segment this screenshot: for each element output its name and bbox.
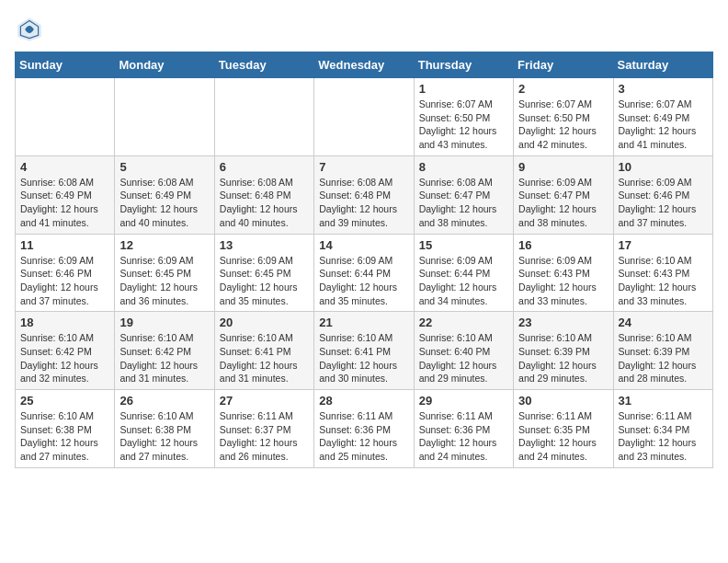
day-info: Sunrise: 6:10 AM Sunset: 6:39 PM Dayligh… bbox=[518, 331, 608, 385]
day-info: Sunrise: 6:07 AM Sunset: 6:50 PM Dayligh… bbox=[518, 98, 608, 152]
day-info: Sunrise: 6:07 AM Sunset: 6:50 PM Dayligh… bbox=[419, 98, 508, 152]
calendar-cell: 17Sunrise: 6:10 AM Sunset: 6:43 PM Dayli… bbox=[613, 234, 712, 312]
day-info: Sunrise: 6:11 AM Sunset: 6:36 PM Dayligh… bbox=[419, 409, 508, 464]
calendar-cell bbox=[314, 78, 414, 156]
day-number: 5 bbox=[119, 160, 209, 174]
day-info: Sunrise: 6:08 AM Sunset: 6:49 PM Dayligh… bbox=[20, 176, 109, 230]
day-number: 3 bbox=[619, 82, 708, 96]
day-info: Sunrise: 6:11 AM Sunset: 6:37 PM Dayligh… bbox=[220, 409, 309, 464]
calendar-cell: 12Sunrise: 6:09 AM Sunset: 6:45 PM Dayli… bbox=[115, 234, 214, 312]
calendar-cell: 21Sunrise: 6:10 AM Sunset: 6:41 PM Dayli… bbox=[314, 312, 414, 390]
day-info: Sunrise: 6:10 AM Sunset: 6:41 PM Dayligh… bbox=[319, 331, 408, 385]
calendar-cell: 19Sunrise: 6:10 AM Sunset: 6:42 PM Dayli… bbox=[115, 312, 214, 390]
day-info: Sunrise: 6:10 AM Sunset: 6:41 PM Dayligh… bbox=[220, 331, 309, 385]
day-number: 28 bbox=[319, 394, 408, 408]
day-number: 6 bbox=[220, 160, 309, 174]
calendar-week-row: 18Sunrise: 6:10 AM Sunset: 6:42 PM Dayli… bbox=[16, 312, 713, 390]
day-info: Sunrise: 6:09 AM Sunset: 6:45 PM Dayligh… bbox=[220, 254, 309, 308]
calendar-cell: 18Sunrise: 6:10 AM Sunset: 6:42 PM Dayli… bbox=[16, 312, 115, 390]
day-info: Sunrise: 6:10 AM Sunset: 6:42 PM Dayligh… bbox=[119, 331, 209, 385]
day-info: Sunrise: 6:11 AM Sunset: 6:35 PM Dayligh… bbox=[518, 409, 608, 464]
calendar-cell: 20Sunrise: 6:10 AM Sunset: 6:41 PM Dayli… bbox=[214, 312, 313, 390]
day-number: 2 bbox=[518, 82, 608, 96]
day-info: Sunrise: 6:08 AM Sunset: 6:48 PM Dayligh… bbox=[220, 176, 309, 230]
calendar-week-row: 11Sunrise: 6:09 AM Sunset: 6:46 PM Dayli… bbox=[16, 234, 713, 312]
day-number: 17 bbox=[619, 238, 708, 252]
day-number: 21 bbox=[319, 316, 408, 329]
day-number: 10 bbox=[619, 160, 708, 174]
day-number: 24 bbox=[619, 316, 708, 329]
calendar-cell: 10Sunrise: 6:09 AM Sunset: 6:46 PM Dayli… bbox=[613, 155, 712, 234]
column-header-saturday: Saturday bbox=[613, 52, 712, 78]
logo bbox=[15, 15, 48, 44]
day-number: 29 bbox=[419, 394, 508, 408]
day-number: 20 bbox=[220, 316, 309, 329]
calendar-cell: 27Sunrise: 6:11 AM Sunset: 6:37 PM Dayli… bbox=[214, 390, 313, 468]
calendar-cell: 30Sunrise: 6:11 AM Sunset: 6:35 PM Dayli… bbox=[514, 390, 613, 468]
day-number: 1 bbox=[419, 82, 508, 96]
day-number: 30 bbox=[518, 394, 608, 408]
calendar-cell: 7Sunrise: 6:08 AM Sunset: 6:48 PM Daylig… bbox=[314, 155, 414, 234]
day-number: 18 bbox=[20, 316, 109, 329]
day-info: Sunrise: 6:08 AM Sunset: 6:48 PM Dayligh… bbox=[319, 176, 408, 230]
day-info: Sunrise: 6:09 AM Sunset: 6:46 PM Dayligh… bbox=[20, 254, 109, 308]
day-number: 13 bbox=[220, 238, 309, 252]
calendar-cell: 15Sunrise: 6:09 AM Sunset: 6:44 PM Dayli… bbox=[414, 234, 513, 312]
day-number: 16 bbox=[518, 238, 608, 252]
day-number: 19 bbox=[119, 316, 209, 329]
day-number: 27 bbox=[220, 394, 309, 408]
column-header-sunday: Sunday bbox=[16, 52, 115, 78]
column-header-wednesday: Wednesday bbox=[314, 52, 414, 78]
day-number: 31 bbox=[619, 394, 708, 408]
day-number: 12 bbox=[119, 238, 209, 252]
day-info: Sunrise: 6:08 AM Sunset: 6:47 PM Dayligh… bbox=[419, 176, 508, 230]
calendar-header-row: SundayMondayTuesdayWednesdayThursdayFrid… bbox=[16, 52, 713, 78]
page-header bbox=[15, 15, 713, 44]
day-info: Sunrise: 6:09 AM Sunset: 6:44 PM Dayligh… bbox=[319, 254, 408, 308]
day-number: 23 bbox=[518, 316, 608, 329]
day-info: Sunrise: 6:10 AM Sunset: 6:38 PM Dayligh… bbox=[119, 409, 209, 464]
day-number: 25 bbox=[20, 394, 109, 408]
calendar-cell bbox=[115, 78, 214, 156]
calendar-cell: 9Sunrise: 6:09 AM Sunset: 6:47 PM Daylig… bbox=[514, 155, 613, 234]
day-number: 14 bbox=[319, 238, 408, 252]
column-header-friday: Friday bbox=[514, 52, 613, 78]
day-number: 8 bbox=[419, 160, 508, 174]
calendar-week-row: 4Sunrise: 6:08 AM Sunset: 6:49 PM Daylig… bbox=[16, 155, 713, 234]
day-number: 22 bbox=[419, 316, 508, 329]
day-number: 4 bbox=[20, 160, 109, 174]
calendar-cell: 16Sunrise: 6:09 AM Sunset: 6:43 PM Dayli… bbox=[514, 234, 613, 312]
day-info: Sunrise: 6:07 AM Sunset: 6:49 PM Dayligh… bbox=[619, 98, 708, 152]
column-header-monday: Monday bbox=[115, 52, 214, 78]
day-info: Sunrise: 6:09 AM Sunset: 6:44 PM Dayligh… bbox=[419, 254, 508, 308]
calendar-cell bbox=[16, 78, 115, 156]
calendar-cell: 28Sunrise: 6:11 AM Sunset: 6:36 PM Dayli… bbox=[314, 390, 414, 468]
day-info: Sunrise: 6:09 AM Sunset: 6:43 PM Dayligh… bbox=[518, 254, 608, 308]
day-number: 9 bbox=[518, 160, 608, 174]
calendar-cell: 23Sunrise: 6:10 AM Sunset: 6:39 PM Dayli… bbox=[514, 312, 613, 390]
calendar-cell: 31Sunrise: 6:11 AM Sunset: 6:34 PM Dayli… bbox=[613, 390, 712, 468]
day-info: Sunrise: 6:10 AM Sunset: 6:40 PM Dayligh… bbox=[419, 331, 508, 385]
day-info: Sunrise: 6:09 AM Sunset: 6:47 PM Dayligh… bbox=[518, 176, 608, 230]
calendar-cell: 22Sunrise: 6:10 AM Sunset: 6:40 PM Dayli… bbox=[414, 312, 513, 390]
calendar-cell: 1Sunrise: 6:07 AM Sunset: 6:50 PM Daylig… bbox=[414, 78, 513, 156]
day-number: 15 bbox=[419, 238, 508, 252]
calendar-cell: 14Sunrise: 6:09 AM Sunset: 6:44 PM Dayli… bbox=[314, 234, 414, 312]
day-number: 11 bbox=[20, 238, 109, 252]
column-header-thursday: Thursday bbox=[414, 52, 513, 78]
calendar-cell: 6Sunrise: 6:08 AM Sunset: 6:48 PM Daylig… bbox=[214, 155, 313, 234]
calendar-cell: 13Sunrise: 6:09 AM Sunset: 6:45 PM Dayli… bbox=[214, 234, 313, 312]
calendar-cell: 8Sunrise: 6:08 AM Sunset: 6:47 PM Daylig… bbox=[414, 155, 513, 234]
calendar-cell: 24Sunrise: 6:10 AM Sunset: 6:39 PM Dayli… bbox=[613, 312, 712, 390]
calendar-cell: 25Sunrise: 6:10 AM Sunset: 6:38 PM Dayli… bbox=[16, 390, 115, 468]
day-info: Sunrise: 6:09 AM Sunset: 6:46 PM Dayligh… bbox=[619, 176, 708, 230]
calendar-week-row: 25Sunrise: 6:10 AM Sunset: 6:38 PM Dayli… bbox=[16, 390, 713, 468]
day-info: Sunrise: 6:11 AM Sunset: 6:36 PM Dayligh… bbox=[319, 409, 408, 464]
column-header-tuesday: Tuesday bbox=[214, 52, 313, 78]
day-info: Sunrise: 6:10 AM Sunset: 6:43 PM Dayligh… bbox=[619, 254, 708, 308]
day-info: Sunrise: 6:10 AM Sunset: 6:42 PM Dayligh… bbox=[20, 331, 109, 385]
logo-icon bbox=[15, 15, 44, 44]
day-info: Sunrise: 6:10 AM Sunset: 6:38 PM Dayligh… bbox=[20, 409, 109, 464]
calendar-cell: 3Sunrise: 6:07 AM Sunset: 6:49 PM Daylig… bbox=[613, 78, 712, 156]
calendar-cell bbox=[214, 78, 313, 156]
